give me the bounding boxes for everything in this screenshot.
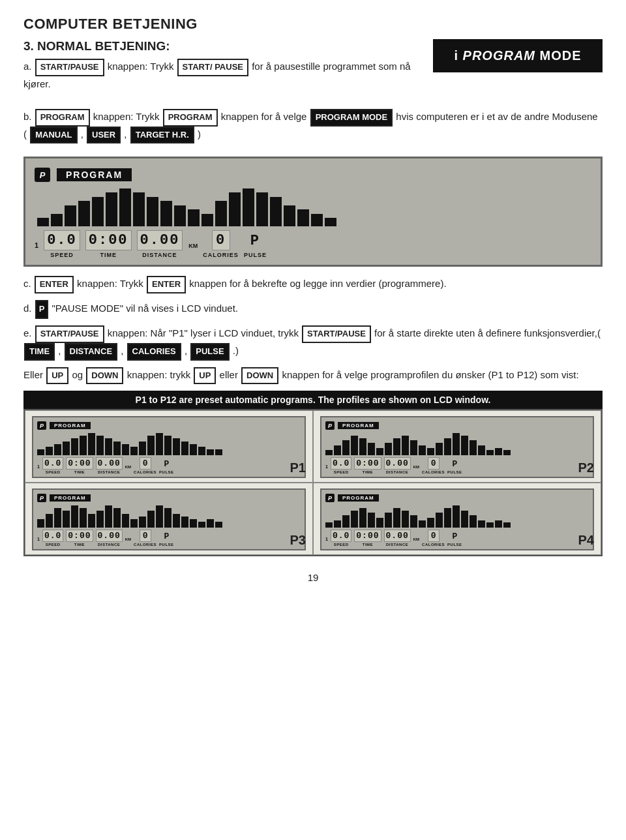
mini-lcd-p3: P PROGRAM 1 0.0 SPEED 0:00 TIME: [32, 488, 306, 550]
para-or: Eller UP og DOWN knappen: trykk UP eller…: [23, 367, 603, 385]
lcd-time-val: 0:00: [85, 230, 132, 250]
mini-time-p2: 0:00 TIME: [354, 457, 381, 474]
para-or-text1: Eller: [23, 369, 46, 380]
mini-time-label-p2: TIME: [363, 470, 373, 474]
mini-bar: [385, 443, 392, 455]
lcd-readout-pulse: P PULSE: [244, 232, 267, 258]
mini-lcd-p4: P PROGRAM 1 0.0 SPEED 0:00 TIME: [320, 488, 594, 550]
mini-km-p2: KM: [413, 465, 419, 469]
bar: [37, 218, 49, 226]
mini-dist-p4: 0.00 DISTANCE: [384, 530, 411, 547]
badge-pulse-e: PULSE: [190, 343, 229, 361]
mini-bar: [495, 520, 502, 528]
lcd-main-display: P PROGRAM 1 0.0 SPEED 0:00 TIME 0.00 DIS…: [23, 157, 603, 267]
lcd-inner: P PROGRAM 1 0.0 SPEED 0:00 TIME 0.00 DIS…: [35, 168, 591, 258]
mini-time-val-p2: 0:00: [354, 457, 381, 470]
para-e-text2: for å starte direkte uten å definere fun…: [374, 327, 601, 338]
mini-bar-chart-p2: [325, 432, 589, 455]
mini-bar: [37, 449, 44, 455]
mini-bar: [402, 436, 409, 455]
mini-bar: [410, 515, 417, 528]
page-container: COMPUTER BETJENING 3. NORMAL BETJENING: …: [23, 16, 603, 583]
preset-cell-p2: P PROGRAM 1 0.0 SPEED 0:00 TIME: [313, 410, 601, 483]
preset-heading: P1 to P12 are preset automatic programs.…: [23, 391, 603, 409]
bar: [188, 209, 200, 226]
mini-pulse-label-p2: PULSE: [447, 470, 462, 474]
mini-bar: [198, 447, 205, 455]
pause-mode-icon-d: P: [35, 300, 49, 319]
mini-bar: [164, 436, 171, 455]
mini-bar: [461, 511, 468, 528]
mini-pulse-val-p1: P: [160, 458, 172, 470]
para-a-label: a.: [23, 61, 35, 72]
mini-bar: [63, 511, 70, 528]
preset-section: P1 to P12 are preset automatic programs.…: [23, 391, 603, 556]
preset-label-p3: P3: [290, 533, 306, 548]
badge-manual: MANUAL: [30, 127, 77, 144]
badge-time-e: TIME: [24, 343, 55, 361]
mini-bar: [181, 517, 188, 528]
mini-dist-val-p2: 0.00: [384, 457, 411, 470]
mini-bar: [427, 518, 434, 528]
mini-bar: [470, 515, 477, 528]
badge-start-pause-mid: START/ PAUSE: [177, 59, 248, 76]
mini-bar: [198, 522, 205, 528]
lcd-readout-row: 1 0.0 SPEED 0:00 TIME 0.00 DISTANCE KM 0…: [35, 230, 591, 258]
mini-speed-label-p2: SPEED: [334, 470, 349, 474]
mini-pause-icon-p1: P: [37, 421, 46, 430]
mini-dist-p1: 0.00 DISTANCE: [96, 457, 123, 474]
mini-pulse-p2: P PULSE: [447, 458, 462, 474]
mini-bar: [334, 445, 341, 455]
mini-bar: [385, 513, 392, 528]
para-e-text7: .): [233, 345, 239, 356]
mini-speed-val-p2: 0.0: [331, 457, 351, 470]
program-mode-prefix: i: [454, 48, 462, 63]
mini-cal-val-p2: 0: [428, 457, 440, 470]
mini-time-label-p3: TIME: [74, 543, 85, 547]
mini-bar: [376, 448, 383, 455]
mini-dist-label-p3: DISTANCE: [98, 543, 120, 547]
para-b-text4: ,: [81, 128, 86, 140]
mini-bar: [325, 450, 333, 455]
bar: [160, 201, 172, 226]
mini-dist-p2: 0.00 DISTANCE: [384, 457, 411, 474]
mini-bar: [164, 508, 171, 528]
mini-time-val-p4: 0:00: [354, 530, 381, 542]
para-a: a. START/PAUSE knappen: Trykk START/ PAU…: [23, 59, 413, 92]
para-or-text4: eller: [220, 369, 241, 380]
mini-bar: [88, 433, 95, 455]
mini-time-val-p1: 0:00: [66, 457, 93, 470]
para-b-text2: knappen for å velge: [221, 111, 310, 122]
mini-pause-icon-p4: P: [325, 494, 335, 502]
mini-bar: [37, 519, 44, 528]
mini-bar: [436, 513, 443, 528]
page-number: 19: [23, 572, 603, 583]
mini-bar: [215, 449, 222, 455]
mini-bar: [130, 447, 138, 455]
lcd-readout-calories: 0 CALORIES: [203, 230, 239, 258]
mini-readout-row-p1: 1 0.0 SPEED 0:00 TIME 0.00 DISTANCE: [37, 457, 301, 474]
mini-bar: [54, 444, 61, 455]
lcd-row1-num: 1: [35, 241, 38, 249]
mini-cal-val-p3: 0: [140, 530, 151, 542]
mini-cal-p3: 0 CALORIES: [134, 530, 156, 547]
para-b: b. PROGRAM knappen: Trykk PROGRAM knappe…: [23, 109, 603, 144]
mini-time-p3: 0:00 TIME: [66, 530, 93, 547]
mini-km-p3: KM: [125, 537, 131, 541]
mini-bar: [368, 443, 375, 455]
mini-time-val-p3: 0:00: [66, 530, 93, 542]
mini-dist-label-p4: DISTANCE: [386, 543, 408, 547]
mini-bar: [478, 520, 485, 528]
para-c: c. ENTER knappen: Trykk ENTER knappen fo…: [23, 276, 603, 293]
mini-bar: [444, 508, 451, 528]
mini-lcd-top-p2: P PROGRAM: [325, 421, 589, 430]
bar: [325, 218, 336, 226]
badge-enter-c2: ENTER: [147, 276, 186, 293]
para-b-label: b.: [23, 111, 35, 122]
para-e-label: e.: [23, 327, 35, 338]
badge-program-b1: PROGRAM: [35, 109, 90, 127]
top-left: 3. NORMAL BETJENING: a. START/PAUSE knap…: [23, 39, 413, 98]
mini-bar: [503, 450, 511, 455]
lcd-calories-label: CALORIES: [203, 252, 239, 258]
program-mode-highlight: PROGRAM: [463, 48, 535, 63]
